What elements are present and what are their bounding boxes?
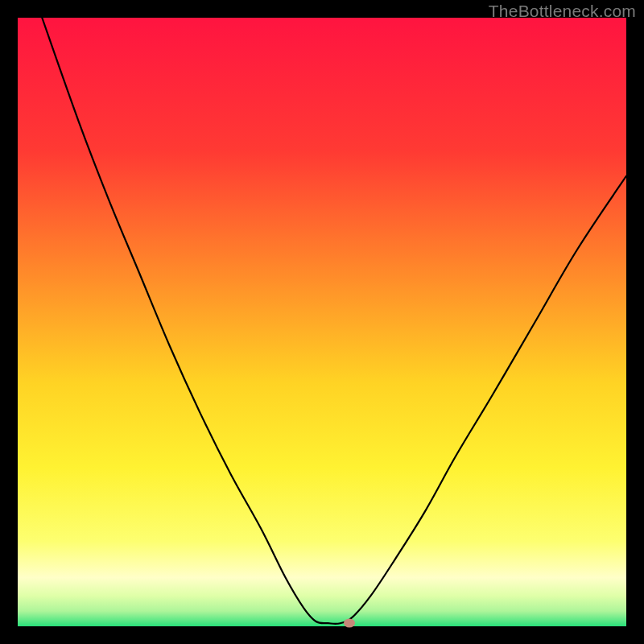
outer-frame: TheBottleneck.com (0, 0, 644, 644)
chart-plot (18, 18, 626, 626)
